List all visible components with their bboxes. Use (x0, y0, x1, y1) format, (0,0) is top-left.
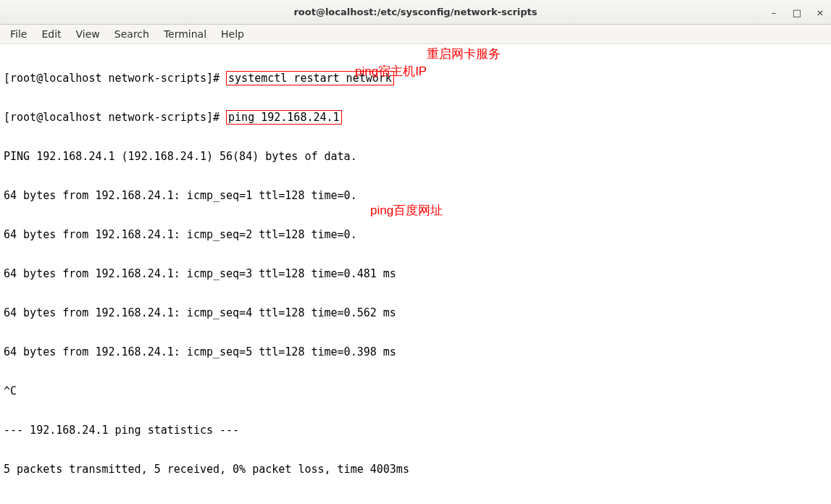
minimize-button[interactable]: – (767, 6, 780, 19)
shell-prompt: [root@localhost network-scripts]# (4, 72, 226, 85)
menu-view[interactable]: View (69, 26, 107, 42)
terminal-line: 64 bytes from 192.168.24.1: icmp_seq=3 t… (4, 267, 830, 280)
terminal-line: 64 bytes from 192.168.24.1: icmp_seq=4 t… (4, 306, 830, 319)
window-controls: – □ × (767, 0, 827, 25)
close-button[interactable]: × (814, 6, 827, 19)
annotation-ping-host: ping宿主机IP (355, 63, 427, 80)
menu-search[interactable]: Search (107, 26, 156, 42)
terminal-output[interactable]: [root@localhost network-scripts]# system… (4, 46, 830, 500)
menu-file[interactable]: File (3, 26, 34, 42)
window-title: root@localhost:/etc/sysconfig/network-sc… (0, 7, 831, 17)
maximize-button[interactable]: □ (790, 6, 803, 19)
shell-prompt: [root@localhost network-scripts]# (4, 111, 226, 124)
annotation-ping-baidu: ping百度网址 (370, 202, 443, 219)
terminal-line: 64 bytes from 192.168.24.1: icmp_seq=2 t… (4, 228, 830, 241)
menu-edit[interactable]: Edit (34, 26, 68, 42)
terminal-line: PING 192.168.24.1 (192.168.24.1) 56(84) … (4, 150, 830, 163)
terminal-line: 64 bytes from 192.168.24.1: icmp_seq=1 t… (4, 189, 830, 202)
terminal-line: --- 192.168.24.1 ping statistics --- (4, 424, 830, 437)
command-ping-host: ping 192.168.24.1 (226, 110, 342, 125)
menu-help[interactable]: Help (214, 26, 251, 42)
titlebar: root@localhost:/etc/sysconfig/network-sc… (0, 0, 831, 25)
terminal-line: 5 packets transmitted, 5 received, 0% pa… (4, 463, 830, 476)
terminal-line: 64 bytes from 192.168.24.1: icmp_seq=5 t… (4, 345, 830, 358)
annotation-restart: 重启网卡服务 (427, 46, 501, 62)
terminal-line: ^C (4, 385, 830, 398)
menu-terminal[interactable]: Terminal (156, 26, 214, 42)
menubar: File Edit View Search Terminal Help (0, 25, 831, 44)
